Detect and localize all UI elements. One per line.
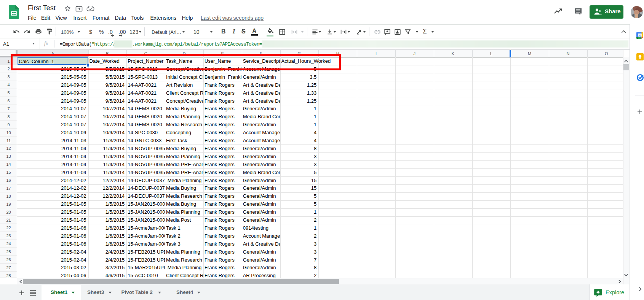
svg-text:31: 31 xyxy=(638,34,642,37)
